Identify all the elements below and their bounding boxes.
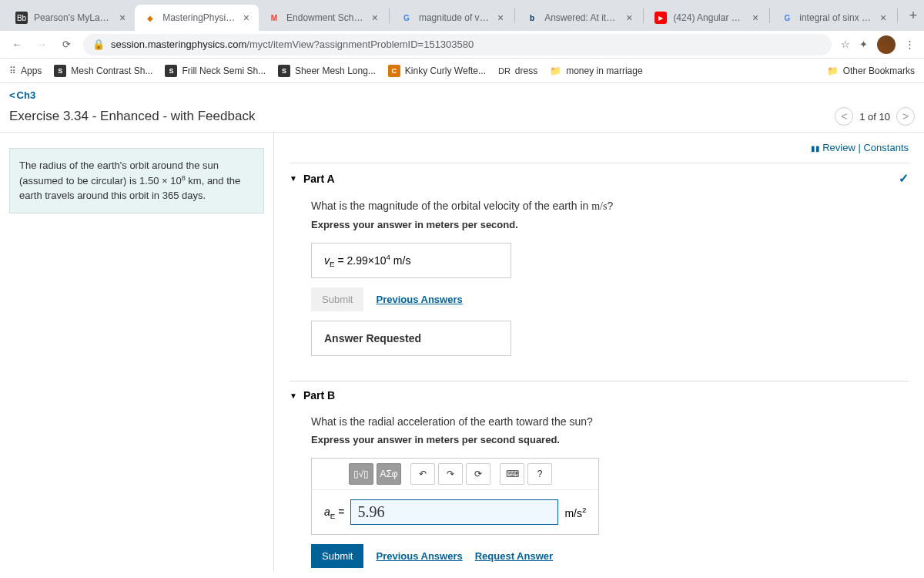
answer-input[interactable]: [350, 499, 558, 525]
chapter-back-link[interactable]: < Ch3: [9, 89, 915, 101]
part-label: Part B: [303, 389, 335, 402]
close-icon[interactable]: ×: [243, 12, 249, 24]
tab-youtube[interactable]: ▶ (424) Angular Mot ×: [645, 5, 768, 31]
bookmark-label: dress: [515, 66, 537, 76]
favicon-bb: Bb: [15, 12, 28, 24]
new-tab-button[interactable]: +: [902, 5, 924, 26]
close-icon[interactable]: ×: [497, 12, 504, 24]
tab-title: Endowment Schola: [286, 12, 366, 23]
status-box: Answer Requested: [311, 321, 511, 356]
input-toolbar: ▯√▯ ΑΣφ ↶ ↷ ⟳ ⌨ ?: [312, 459, 598, 490]
menu-icon[interactable]: ⋮: [905, 39, 915, 50]
apps-button[interactable]: ⠿ Apps: [9, 66, 42, 76]
part-label: Part A: [303, 173, 335, 185]
tab-separator: [643, 8, 644, 23]
check-icon: ✓: [899, 171, 909, 186]
main-content[interactable]: Review | Constants ▼ Part A ✓ What is th…: [273, 133, 924, 572]
tab-answered[interactable]: b Answered: At its hi ×: [517, 5, 641, 31]
close-icon[interactable]: ×: [752, 12, 758, 24]
instruction-text: Express your answer in meters per second…: [311, 219, 909, 230]
part-b-section: ▼ Part B What is the radial acceleration…: [290, 381, 909, 572]
part-a-body: What is the magnitude of the orbital vel…: [290, 193, 909, 362]
instruction-text: Express your answer in meters per second…: [311, 434, 909, 445]
profile-avatar[interactable]: [877, 35, 896, 54]
close-icon[interactable]: ×: [119, 12, 126, 24]
tab-masteringphysics[interactable]: ◆ MasteringPhysics: ×: [135, 5, 259, 31]
submit-button[interactable]: Submit: [311, 287, 363, 311]
help-button[interactable]: ?: [527, 463, 552, 485]
other-bookmarks[interactable]: 📁 Other Bookmarks: [827, 66, 915, 76]
close-icon[interactable]: ×: [880, 12, 886, 24]
previous-answers-link[interactable]: Previous Answers: [376, 294, 462, 305]
tab-title: magnitude of velo: [419, 12, 491, 23]
extensions-icon[interactable]: ✦: [859, 39, 868, 50]
bookmark-label: Mesh Contrast Sh...: [71, 66, 152, 76]
favicon-bartleby: b: [526, 12, 538, 24]
bookmark-money-marriage[interactable]: 📁 money in marriage: [550, 66, 642, 76]
bookmark-favicon: DR: [498, 66, 511, 76]
bookmark-dress[interactable]: DR dress: [498, 66, 537, 76]
tab-separator: [769, 8, 770, 23]
tab-title: MasteringPhysics:: [162, 12, 237, 23]
pager-next-button[interactable]: >: [896, 107, 915, 126]
close-icon[interactable]: ×: [372, 12, 378, 24]
bookmark-label: money in marriage: [566, 66, 642, 76]
part-b-header[interactable]: ▼ Part B: [290, 381, 909, 409]
request-answer-link[interactable]: Request Answer: [475, 550, 553, 562]
redo-button[interactable]: ↷: [438, 463, 463, 485]
back-link-label: Ch3: [17, 89, 36, 101]
chevron-left-icon: <: [9, 89, 15, 101]
favicon-youtube: ▶: [654, 12, 667, 24]
apps-label: Apps: [21, 66, 42, 76]
part-a-header[interactable]: ▼ Part A ✓: [290, 163, 909, 193]
browser-tab-bar: Bb Pearson's MyLab & × ◆ MasteringPhysic…: [0, 0, 924, 31]
button-row: Submit Previous Answers: [311, 287, 909, 311]
bookmark-favicon: S: [165, 65, 177, 77]
back-button[interactable]: ←: [9, 37, 25, 52]
star-icon[interactable]: ☆: [841, 39, 850, 50]
bookmark-mesh-contrast[interactable]: S Mesh Contrast Sh...: [54, 65, 152, 77]
close-icon[interactable]: ×: [626, 12, 632, 24]
address-bar: ← → ⟳ 🔒 session.masteringphysics.com/myc…: [0, 31, 924, 59]
answer-input-widget: ▯√▯ ΑΣφ ↶ ↷ ⟳ ⌨ ? aE = m/s2: [311, 458, 599, 535]
collapse-icon: ▼: [290, 174, 297, 183]
tab-pearson[interactable]: Bb Pearson's MyLab & ×: [6, 5, 135, 31]
review-constants-link[interactable]: Review | Constants: [290, 142, 909, 153]
reset-button[interactable]: ⟳: [466, 463, 490, 485]
undo-button[interactable]: ↶: [410, 463, 435, 485]
url-input[interactable]: 🔒 session.masteringphysics.com/myct/item…: [83, 34, 832, 55]
tab-title: Answered: At its hi: [544, 12, 620, 23]
forward-button[interactable]: →: [34, 37, 49, 52]
tab-integral[interactable]: G integral of sinx - G ×: [772, 5, 896, 31]
favicon-google: G: [400, 12, 413, 24]
bookmark-label: Kinky Curly Wefte...: [405, 66, 486, 76]
problem-sidebar: The radius of the earth's orbit around t…: [0, 133, 273, 572]
tab-title: Pearson's MyLab &: [34, 12, 113, 23]
url-host: session.masteringphysics.com: [111, 39, 246, 50]
tab-separator: [514, 8, 515, 23]
page-header: < Ch3 Exercise 3.34 - Enhanced - with Fe…: [0, 83, 924, 133]
favicon-google: G: [781, 12, 793, 24]
submit-button[interactable]: Submit: [311, 544, 363, 568]
tab-magnitude[interactable]: G magnitude of velo ×: [391, 5, 513, 31]
url-path: /myct/itemView?assignmentProblemID=15130…: [246, 39, 474, 50]
content-area: The radius of the earth's orbit around t…: [0, 133, 924, 572]
bookmark-frill-neck[interactable]: S Frill Neck Semi Sh...: [165, 65, 266, 77]
pager-prev-button[interactable]: <: [835, 107, 853, 126]
problem-value: 1.50 × 10: [139, 175, 182, 187]
tab-endowment[interactable]: M Endowment Schola ×: [259, 5, 387, 31]
templates-button[interactable]: ▯√▯: [349, 463, 373, 485]
previous-answers-link[interactable]: Previous Answers: [376, 550, 462, 562]
keyboard-button[interactable]: ⌨: [500, 463, 524, 485]
reload-button[interactable]: ⟳: [59, 37, 74, 52]
question-text: What is the magnitude of the orbital vel…: [311, 200, 909, 213]
favicon-gmail: M: [268, 12, 280, 24]
bookmark-kinky-curly[interactable]: C Kinky Curly Wefte...: [388, 65, 486, 77]
apps-icon: ⠿: [9, 66, 16, 76]
favicon-mp: ◆: [144, 12, 156, 24]
tab-separator: [897, 8, 898, 23]
bookmark-sheer-mesh[interactable]: S Sheer Mesh Long...: [278, 65, 376, 77]
question-text: What is the radial acceleration of the e…: [311, 415, 909, 428]
bookmark-label: Sheer Mesh Long...: [295, 66, 376, 76]
symbols-button[interactable]: ΑΣφ: [377, 463, 401, 485]
